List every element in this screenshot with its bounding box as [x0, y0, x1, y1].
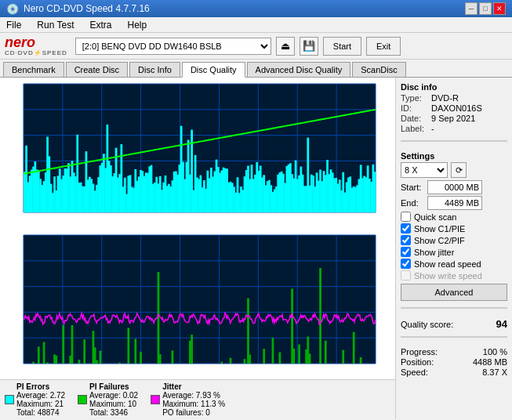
tab-disc-quality[interactable]: Disc Quality — [182, 62, 245, 78]
pi-errors-avg-label: Average: — [16, 391, 48, 400]
disc-label-row: Label: - — [401, 124, 507, 133]
start-row: Start: — [401, 180, 507, 194]
jitter-color-swatch — [151, 395, 160, 404]
pi-failures-stats: PI Failures Average: 0.02 Maximum: 10 To… — [89, 382, 138, 417]
close-button[interactable]: ✕ — [493, 2, 506, 15]
show-jitter-label: Show jitter — [414, 248, 454, 257]
disc-id-row: ID: DAXON016S — [401, 103, 507, 113]
show-read-speed-checkbox[interactable] — [401, 259, 411, 269]
disc-info-title: Disc info — [401, 82, 507, 92]
pi-failures-total-label: Total: — [89, 408, 108, 417]
end-input[interactable] — [427, 196, 482, 210]
quality-score-row: Quality score: 94 — [401, 318, 507, 330]
toolbar: nero CD·DVD⚡SPEED [2:0] BENQ DVD DD DW16… — [0, 33, 512, 60]
quick-scan-checkbox[interactable] — [401, 212, 411, 222]
type-label: Type: — [401, 93, 428, 103]
progress-section: Progress: 100 % Position: 4488 MB Speed:… — [401, 347, 507, 378]
advanced-button[interactable]: Advanced — [401, 284, 507, 301]
minimize-button[interactable]: ─ — [465, 2, 478, 15]
pi-failures-color-swatch — [78, 395, 87, 404]
title-bar-controls[interactable]: ─ □ ✕ — [465, 2, 506, 15]
show-c1-checkbox[interactable] — [401, 223, 411, 234]
pi-failures-total-value: 3346 — [111, 408, 128, 417]
pi-errors-color-swatch — [5, 395, 14, 404]
position-value: 4488 MB — [473, 357, 507, 367]
menu-run-test[interactable]: Run Test — [34, 18, 77, 32]
jitter-avg-value: 7.93 % — [196, 391, 220, 400]
show-c2-checkbox[interactable] — [401, 235, 411, 245]
quick-scan-row: Quick scan — [401, 212, 507, 222]
id-value: DAXON016S — [431, 103, 482, 113]
speed-row-prog: Speed: 8.37 X — [401, 368, 507, 377]
settings-title: Settings — [401, 151, 507, 161]
tab-disc-info[interactable]: Disc Info — [129, 62, 180, 77]
maximize-button[interactable]: □ — [479, 2, 492, 15]
progress-label: Progress: — [401, 347, 438, 357]
menu-extra[interactable]: Extra — [86, 18, 114, 32]
quick-scan-label: Quick scan — [414, 212, 456, 222]
pi-errors-total-label: Total: — [16, 408, 35, 417]
show-c2-label: Show C2/PIF — [414, 236, 465, 245]
pi-failures-total: Total: 3346 — [89, 408, 138, 417]
disc-info-section: Disc info Type: DVD-R ID: DAXON016S Date… — [401, 82, 507, 134]
settings-icon-button[interactable]: ⟳ — [451, 162, 467, 178]
start-button[interactable]: Start — [323, 37, 361, 56]
jitter-max-value: 11.3 % — [201, 400, 225, 408]
tab-scan-disc[interactable]: ScanDisc — [352, 62, 405, 77]
legend-pi-failures: PI Failures Average: 0.02 Maximum: 10 To… — [78, 382, 138, 417]
chart-container — [0, 78, 395, 379]
tab-benchmark[interactable]: Benchmark — [3, 62, 64, 77]
start-input-label: Start: — [401, 183, 424, 192]
speed-value: 8.37 X — [482, 368, 507, 377]
type-value: DVD-R — [431, 93, 459, 103]
position-label: Position: — [401, 357, 434, 367]
save-icon-button[interactable]: 💾 — [300, 37, 318, 56]
show-read-speed-row: Show read speed — [401, 259, 507, 269]
jitter-max-label: Maximum: — [162, 400, 198, 408]
title-bar-left: 💿 Nero CD-DVD Speed 4.7.7.16 — [6, 3, 150, 15]
speed-label: Speed: — [401, 368, 428, 377]
exit-button[interactable]: Exit — [366, 37, 401, 56]
pi-errors-avg: Average: 2.72 — [16, 391, 65, 400]
progress-value: 100 % — [483, 347, 507, 357]
app-icon: 💿 — [6, 3, 19, 15]
show-read-speed-label: Show read speed — [414, 259, 481, 269]
eject-icon-button[interactable]: ⏏ — [276, 37, 295, 56]
end-row: End: — [401, 196, 507, 210]
show-c1-row: Show C1/PIE — [401, 223, 507, 234]
label-label: Label: — [401, 124, 428, 133]
nero-subtitle: CD·DVD⚡SPEED — [5, 49, 67, 56]
show-write-speed-label: Show write speed — [414, 271, 482, 281]
tab-create-disc[interactable]: Create Disc — [66, 62, 128, 77]
menu-file[interactable]: File — [3, 18, 24, 32]
right-panel: Disc info Type: DVD-R ID: DAXON016S Date… — [396, 78, 512, 419]
pi-failures-avg: Average: 0.02 — [89, 391, 138, 400]
menu-help[interactable]: Help — [125, 18, 151, 32]
tabs-bar: Benchmark Create Disc Disc Info Disc Qua… — [0, 60, 512, 78]
menu-bar: File Run Test Extra Help — [0, 17, 512, 33]
progress-row: Progress: 100 % — [401, 347, 507, 357]
speed-select[interactable]: 8 X 4 X 6 X 12 X — [401, 162, 448, 178]
legend-bar: PI Errors Average: 2.72 Maximum: 21 Tota… — [0, 379, 395, 419]
show-jitter-checkbox[interactable] — [401, 247, 411, 257]
pi-failures-avg-value: 0.02 — [123, 391, 138, 400]
quality-score-label: Quality score: — [401, 320, 453, 329]
speed-row: 8 X 4 X 6 X 12 X ⟳ — [401, 162, 507, 178]
pi-errors-avg-value: 2.72 — [50, 391, 65, 400]
show-c2-row: Show C2/PIF — [401, 235, 507, 245]
pi-failures-avg-label: Average: — [89, 391, 121, 400]
end-input-label: End: — [401, 198, 424, 208]
pi-failures-label: PI Failures — [89, 382, 138, 391]
start-input[interactable] — [427, 180, 482, 194]
tab-advanced-disc-quality[interactable]: Advanced Disc Quality — [247, 62, 351, 77]
show-write-speed-checkbox — [401, 270, 411, 281]
drive-select[interactable]: [2:0] BENQ DVD DD DW1640 BSLB — [75, 38, 271, 55]
quality-score-value: 94 — [496, 318, 507, 330]
upper-chart — [0, 78, 395, 228]
nero-logo-area: nero CD·DVD⚡SPEED — [5, 35, 67, 56]
disc-type-row: Type: DVD-R — [401, 93, 507, 103]
jitter-po-value: 0 — [205, 408, 210, 417]
jitter-label: Jitter — [162, 382, 225, 391]
title-bar: 💿 Nero CD-DVD Speed 4.7.7.16 ─ □ ✕ — [0, 0, 512, 17]
main-content: PI Errors Average: 2.72 Maximum: 21 Tota… — [0, 78, 512, 419]
